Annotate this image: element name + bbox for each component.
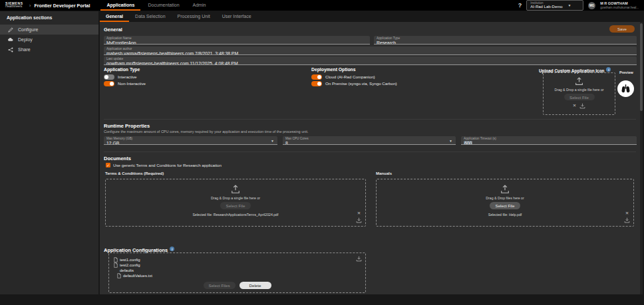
icon-drop-text: Drag & Drop a single file here or [554,88,603,92]
timeout-value: 600 [464,141,472,145]
file-icon [114,262,118,268]
sidebar-item-configure[interactable]: Configure [0,25,98,35]
terms-drop-text: Drag & Drop a single file here or [211,196,260,200]
nav-item-applications[interactable]: Applications [100,0,140,11]
file-icon [114,257,118,262]
cloud-icon [7,37,13,42]
user-email: gowtham.muthukumar.heal... [600,6,639,9]
top-nav: Applications Documentation Admin [100,0,212,11]
chevron-down-icon: ▼ [568,3,571,7]
file-name: test2.config [120,263,140,267]
application-author-value: mahesh.varma@siemens-healthineers.com 7/… [106,51,634,55]
tab-processing-unit[interactable]: Processing Unit [172,11,216,22]
config-delete-button[interactable]: Delete [240,282,271,289]
info-icon[interactable]: i [170,247,174,251]
close-icon[interactable]: ✕ [573,104,576,108]
institution-value: AI-Rad Lab-Demo [530,5,562,9]
max-cpu-value: 8 [285,141,453,145]
file-row[interactable]: test1.config [114,257,152,262]
folder-row[interactable]: defaults [120,268,152,273]
icon-select-file-button[interactable]: Select File [564,94,595,100]
terms-selected-file: Selected file: ResearchApplicationsTerms… [193,213,279,217]
info-icon[interactable]: i [606,67,611,72]
tab-general[interactable]: General [100,11,129,22]
icon-dropzone[interactable]: Drag & Drop a single file here or Select… [543,72,615,115]
chevron-down-icon: ▼ [271,139,274,143]
share-icon [7,47,13,52]
close-icon[interactable]: ✕ [625,211,629,216]
toggle-label: Interactive [118,74,137,79]
upload-icon [575,77,583,86]
file-row[interactable]: test2.config [114,262,152,268]
config-dropzone[interactable]: test1.config test2.config defaults defau… [108,253,366,293]
download-icon[interactable] [356,217,362,223]
toggle-row-non-interactive: Non-Interactive [104,80,146,86]
download-icon[interactable] [579,103,585,109]
runtime-description: Configure the maximum amount of CPU core… [104,130,309,134]
section-tabs: General Data Selection Processing Unit U… [100,11,640,22]
application-icon-preview [617,80,634,97]
runtime-properties-heading: Runtime Properties [104,123,150,129]
download-icon[interactable] [624,217,630,223]
sidebar-item-label: Share [18,47,31,52]
terms-title: Terms & Conditions (Required) [105,171,164,175]
tab-user-interface[interactable]: User Interface [216,11,257,22]
on-premise-toggle[interactable] [311,81,322,86]
product-title: Frontier Developer Portal [34,3,90,8]
save-button[interactable]: Save [609,25,635,33]
upload-icon [500,185,510,194]
avatar[interactable]: MG [588,2,595,9]
terms-select-file-button[interactable]: Select File [220,202,251,209]
nav-item-admin[interactable]: Admin [187,0,212,11]
config-select-files-button[interactable]: Select Files [204,282,236,289]
file-icon [117,273,121,278]
cloud-toggle[interactable] [311,74,322,80]
upload-icon [231,185,240,194]
brand-line2: Healthineers [5,5,23,9]
max-cpu-cores-select[interactable]: Max CPU Cores 8 ▼ [283,136,456,145]
siemens-healthineers-logo: SIEMENS Healthineers [5,2,23,9]
folder-name: defaults [120,268,134,272]
sidebar-item-deploy[interactable]: Deploy [0,35,98,45]
sidebar-title: Application sections [0,11,98,25]
terms-dropzone[interactable]: Drag & Drop a single file here or Select… [105,179,366,227]
application-name-field[interactable]: Application Name MyFrontierApp [104,36,370,45]
application-type-value: Research [377,41,634,45]
help-icon[interactable]: ? [518,2,522,9]
tab-data-selection[interactable]: Data Selection [129,11,172,22]
user-info: M R GOWTHAM gowtham.muthukumar.heal... [600,1,639,9]
max-memory-value: 12 GB [106,141,275,145]
interactive-toggle[interactable] [104,74,114,80]
file-name: defaultValues.txt [123,274,152,278]
file-name: test1.config [120,258,140,262]
close-icon[interactable]: ✕ [357,211,361,216]
application-type-field[interactable]: Application Type Research [374,36,637,45]
application-type-group-title: Application Type [104,67,140,72]
manuals-dropzone[interactable]: Drag & Drop files here or Select File Se… [376,179,634,227]
application-author-field: Application author mahesh.varma@siemens-… [104,47,637,55]
manuals-select-file-button[interactable]: Select File [490,202,520,209]
max-memory-select[interactable]: Max Memory (GB) 12 GB ▼ [104,136,277,145]
application-name-value: MyFrontierApp [106,41,367,45]
generic-terms-label: Use generic Terms and Conditions for Res… [113,163,222,167]
toggle-label: Cloud (AI-Rad Companion) [325,74,375,79]
toggle-label: Non-Interactive [118,81,146,86]
lungs-icon [620,83,631,94]
sidebar-item-share[interactable]: Share [0,45,98,54]
application-timeout-input[interactable]: Application Timeout (s) 600 [461,136,637,145]
download-icon[interactable] [356,256,362,262]
toggle-row-interactive: Interactive [104,74,137,80]
generic-terms-checkbox-row: ✓ Use generic Terms and Conditions for R… [106,163,222,167]
application-sections-sidebar: Application sections Configure Deploy Sh… [0,11,98,294]
chevron-right-icon: › [29,3,31,9]
file-row[interactable]: defaultValues.txt [117,273,152,278]
toggle-row-on-premise: On Premise (syngo.via, Syngo Carbon) [311,80,397,86]
divider [104,152,636,152]
non-interactive-toggle[interactable] [104,81,114,86]
generic-terms-checkbox[interactable]: ✓ [106,163,110,167]
nav-item-documentation[interactable]: Documentation [142,0,185,11]
content-scrollbar[interactable] [640,22,643,294]
scrollbar-thumb[interactable] [640,23,643,111]
institution-select[interactable]: Institution AI-Rad Lab-Demo ▼ [526,0,583,11]
pencil-icon [7,27,13,33]
